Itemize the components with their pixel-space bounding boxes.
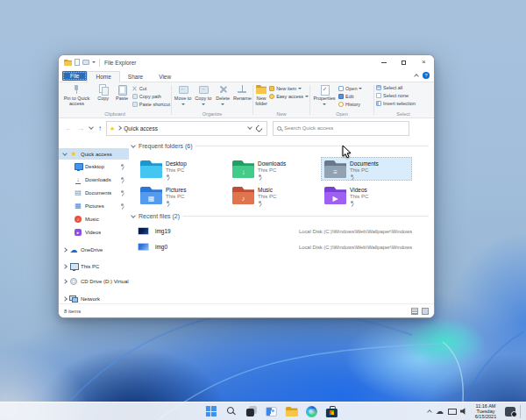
widgets-button[interactable] [263, 403, 280, 420]
forward-button[interactable]: → [77, 125, 84, 132]
content-area: ★ Quick access Desktop Downloads Documen… [59, 138, 434, 303]
up-button[interactable]: ↑ [98, 125, 102, 132]
folder-tile-videos[interactable]: ▶ Videos This PC [321, 183, 409, 207]
onedrive-cloud-icon[interactable]: ☁ [436, 408, 444, 416]
folder-tile-downloads[interactable]: ↓ Downloads This PC [229, 157, 316, 181]
address-bar[interactable]: ★ Quick access [106, 121, 267, 136]
folder-tile-music[interactable]: ♪ Music This PC [229, 183, 316, 207]
collapse-section-icon[interactable] [131, 213, 136, 218]
select-all-button[interactable]: Select all [376, 84, 431, 91]
sidebar-item-desktop[interactable]: Desktop [59, 160, 129, 173]
folder-tile-desktop[interactable]: Desktop This PC [137, 157, 224, 181]
sidebar-item-network[interactable]: Network [59, 292, 129, 303]
address-dropdown-icon[interactable] [247, 125, 252, 130]
tab-file[interactable]: File [62, 71, 87, 82]
maximize-button[interactable] [394, 55, 414, 69]
edit-button[interactable]: Edit [338, 93, 362, 100]
sidebar-item-music[interactable]: Music [59, 212, 129, 225]
scissors-icon [132, 86, 138, 91]
sidebar-item-pictures[interactable]: Pictures [59, 199, 129, 212]
recent-locations-caret-icon[interactable] [89, 125, 94, 130]
items-view: Frequent folders (6) Desktop This PC ↓ D… [129, 138, 434, 303]
invert-selection-button[interactable]: Invert selection [376, 100, 431, 107]
copy-to-button[interactable]: Copy to [194, 84, 212, 106]
file-explorer-button[interactable] [283, 403, 300, 420]
new-folder-qat-icon[interactable] [82, 60, 89, 65]
taskbar-clock[interactable]: 11:16 AM Tuesday 6/15/2021 [472, 403, 500, 420]
chevron-down-icon[interactable] [62, 151, 68, 156]
sidebar-item-quick-access[interactable]: ★ Quick access [59, 148, 129, 160]
show-desktop-button[interactable] [520, 405, 522, 418]
collapse-ribbon-icon[interactable] [414, 74, 419, 79]
sidebar-item-downloads[interactable]: Downloads [59, 173, 129, 186]
search-box[interactable] [273, 121, 409, 136]
paste-button[interactable]: Paste [113, 84, 130, 108]
pin-icon [120, 203, 125, 209]
recent-file-row[interactable]: img19 Local Disk (C:)\Windows\Web\Wallpa… [138, 224, 429, 238]
search-input[interactable] [284, 125, 405, 131]
rename-button[interactable]: Rename [233, 84, 252, 106]
rename-icon [237, 84, 247, 95]
new-folder-button[interactable]: New folder [255, 84, 267, 106]
section-header-recent-files[interactable]: Recent files (2) [132, 213, 429, 219]
chevron-right-icon[interactable] [62, 247, 68, 253]
properties-button[interactable]: Properties [312, 84, 337, 108]
folder-tile-pictures[interactable]: ▦ Pictures This PC [137, 183, 224, 207]
refresh-icon[interactable] [255, 124, 264, 132]
edge-button[interactable] [303, 403, 320, 420]
tab-share[interactable]: Share [120, 72, 151, 82]
sidebar-item-documents[interactable]: Documents [59, 186, 129, 199]
chevron-right-icon[interactable] [62, 264, 68, 269]
tray-overflow-chevron-icon[interactable] [427, 409, 432, 415]
breadcrumb-chevron-icon[interactable] [117, 125, 122, 131]
notification-center-icon[interactable] [505, 407, 515, 416]
details-view-icon[interactable] [411, 308, 418, 315]
sidebar-item-videos[interactable]: Videos [59, 225, 129, 238]
cut-button[interactable]: Cut [132, 85, 170, 92]
delete-button[interactable]: Delete [214, 84, 231, 106]
recent-file-row[interactable]: img0 Local Disk (C:)\Windows\Web\Wallpap… [138, 240, 429, 253]
breadcrumb-location[interactable]: Quick access [124, 125, 158, 132]
minimize-button[interactable] [373, 55, 394, 69]
move-to-button[interactable]: Move to [174, 84, 192, 106]
store-button[interactable] [323, 403, 340, 420]
thumbnail-view-icon[interactable] [422, 308, 429, 315]
sidebar-item-cd-drive[interactable]: CD Drive (D:) Virtual [59, 274, 129, 288]
close-button[interactable]: × [414, 55, 434, 69]
search-button[interactable] [223, 403, 239, 420]
easy-access-button[interactable]: Easy access [269, 93, 309, 100]
sidebar-item-onedrive[interactable]: OneDrive [59, 243, 129, 256]
ribbon-group-new: New folder New item Easy access New [253, 82, 309, 117]
copy-button[interactable]: Copy [95, 84, 111, 108]
properties-qat-icon[interactable] [75, 59, 80, 66]
select-none-button[interactable]: Select none [376, 92, 431, 99]
tab-home[interactable]: Home [87, 71, 119, 83]
pin-to-quick-access-button[interactable]: Pin to Quick access [60, 84, 93, 108]
image-thumbnail [138, 243, 149, 251]
chevron-right-icon[interactable] [62, 296, 68, 302]
volume-icon[interactable] [460, 408, 467, 415]
new-item-button[interactable]: New item [269, 85, 309, 92]
section-rule [195, 146, 429, 146]
chevron-right-icon[interactable] [62, 279, 68, 284]
section-header-frequent-folders[interactable]: Frequent folders (6) [132, 143, 429, 149]
copy-path-button[interactable]: Copy path [132, 93, 170, 100]
folder-tile-documents[interactable]: ≡ Documents This PC [321, 157, 412, 181]
task-view-button[interactable] [243, 403, 259, 420]
paste-shortcut-button[interactable]: Paste shortcut [132, 101, 170, 108]
start-button[interactable] [203, 403, 219, 420]
sidebar-item-this-pc[interactable]: This PC [59, 260, 129, 273]
ribbon-tabs: File Home Share View ? [59, 69, 434, 82]
tab-view[interactable]: View [151, 72, 179, 82]
open-button[interactable]: Open [338, 85, 362, 92]
help-icon[interactable]: ? [423, 72, 430, 79]
pin-icon [120, 189, 125, 196]
back-button[interactable]: ← [65, 125, 72, 132]
collapse-section-icon[interactable] [131, 143, 136, 148]
qat-dropdown-caret-icon[interactable] [92, 61, 96, 63]
quick-access-star-icon: ★ [110, 125, 115, 132]
widgets-icon [266, 407, 277, 416]
cd-disc-icon [70, 278, 77, 285]
history-button[interactable]: History [338, 101, 362, 108]
network-tray-icon[interactable] [448, 408, 456, 415]
